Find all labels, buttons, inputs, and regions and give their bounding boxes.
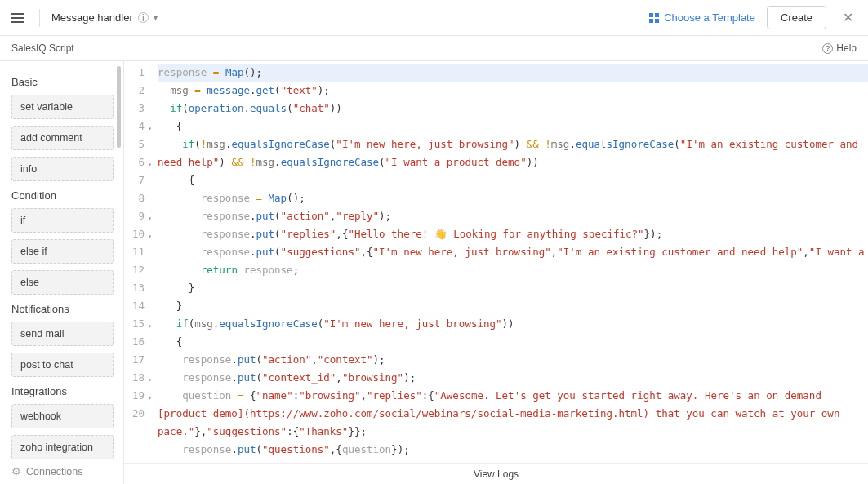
view-logs-link[interactable]: View Logs xyxy=(124,463,868,484)
chevron-down-icon[interactable]: ▾ xyxy=(154,13,158,22)
connections-link[interactable]: ⚙ Connections xyxy=(11,458,114,484)
section-title-condition: Condition xyxy=(11,189,114,202)
code-editor: 1234▾56▾789▾10▾1112131415▾161718▾19▾20 r… xyxy=(124,61,868,484)
block-add-comment[interactable]: add comment xyxy=(11,126,114,150)
help-icon: ? xyxy=(822,43,833,54)
script-label: SalesIQ Script xyxy=(11,42,74,54)
gear-icon: ⚙ xyxy=(11,465,21,477)
section-title-basic: Basic xyxy=(11,76,114,88)
title-group[interactable]: Message handler i ▾ xyxy=(51,11,158,24)
sidebar: Basic set variable add comment info Cond… xyxy=(0,61,124,484)
separator xyxy=(39,9,40,27)
scriptbar: SalesIQ Script ? Help xyxy=(0,36,868,60)
topbar: Message handler i ▾ Choose a Template Cr… xyxy=(0,0,868,36)
info-icon[interactable]: i xyxy=(138,12,149,23)
section-title-notifications: Notifications xyxy=(11,303,114,315)
scrollbar[interactable] xyxy=(117,66,121,148)
page-title: Message handler xyxy=(51,11,133,24)
block-else-if[interactable]: else if xyxy=(11,239,114,264)
menu-icon[interactable] xyxy=(11,10,28,26)
choose-template-label: Choose a Template xyxy=(664,11,755,24)
svg-rect-1 xyxy=(655,13,659,17)
svg-rect-3 xyxy=(655,19,659,23)
gutter: 1234▾56▾789▾10▾1112131415▾161718▾19▾20 xyxy=(124,61,149,463)
help-link[interactable]: ? Help xyxy=(822,42,857,54)
code-pane[interactable]: response = Map(); msg = message.get("tex… xyxy=(149,61,868,463)
block-else[interactable]: else xyxy=(11,270,114,295)
close-icon[interactable]: ✕ xyxy=(836,7,860,29)
block-send-mail[interactable]: send mail xyxy=(11,322,114,346)
view-logs-label: View Logs xyxy=(474,468,519,480)
block-webhook[interactable]: webhook xyxy=(11,404,114,428)
help-label: Help xyxy=(836,42,857,54)
section-title-integrations: Integrations xyxy=(11,385,114,397)
svg-rect-2 xyxy=(649,19,653,23)
block-info[interactable]: info xyxy=(11,157,114,181)
block-if[interactable]: if xyxy=(11,208,114,233)
block-set-variable[interactable]: set variable xyxy=(11,95,114,119)
editor-body[interactable]: 1234▾56▾789▾10▾1112131415▾161718▾19▾20 r… xyxy=(124,61,868,463)
sidebar-inner[interactable]: Basic set variable add comment info Cond… xyxy=(11,71,114,458)
connections-label: Connections xyxy=(26,466,83,477)
block-zoho-integration[interactable]: zoho integration xyxy=(11,435,114,458)
choose-template-link[interactable]: Choose a Template xyxy=(649,11,755,24)
template-icon xyxy=(649,13,659,23)
create-button[interactable]: Create xyxy=(767,6,826,29)
main: Basic set variable add comment info Cond… xyxy=(0,60,868,484)
block-post-to-chat[interactable]: post to chat xyxy=(11,353,114,377)
svg-rect-0 xyxy=(649,13,653,17)
